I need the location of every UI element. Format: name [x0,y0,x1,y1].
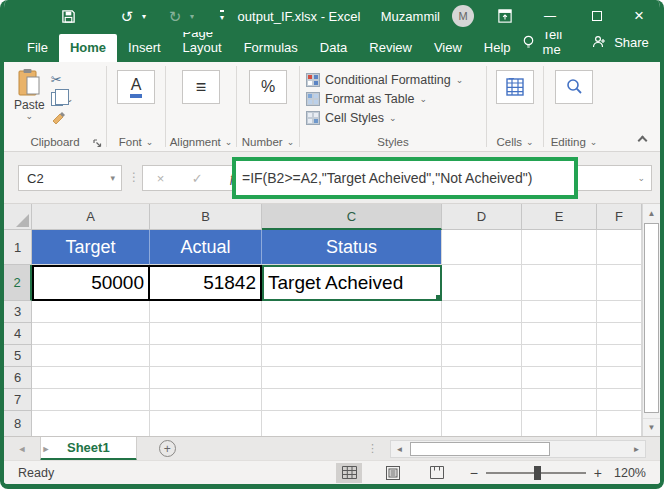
ribbon-display-options-button[interactable] [490,0,520,32]
horizontal-scrollbar[interactable]: ◄ ► [390,440,646,458]
cells-group[interactable]: Cells⌄ [487,62,543,151]
clipboard-dialog-launcher[interactable] [93,139,102,148]
cell-d7[interactable] [442,389,522,411]
cell-d5[interactable] [442,345,522,367]
confirm-entry-button[interactable]: ✓ [192,171,203,186]
share-button[interactable]: Share [610,35,653,50]
vertical-scroll-thumb[interactable] [644,223,659,413]
cell-d3[interactable] [442,301,522,323]
maximize-button[interactable] [582,0,612,32]
cell-d6[interactable] [442,367,522,389]
row-header-7[interactable]: 7 [4,389,32,411]
cell-b8[interactable] [150,411,262,436]
next-sheet-button[interactable]: ► [34,444,58,454]
cell-b1[interactable]: Actual [150,230,262,265]
cell-a2[interactable]: 50000 [32,265,150,301]
cell-c6[interactable] [262,367,442,389]
row-header-3[interactable]: 3 [4,301,32,323]
cell-e7[interactable] [522,389,597,411]
paste-button[interactable]: Paste ⌄ [10,66,51,133]
cell-c1[interactable]: Status [262,230,442,265]
cell-e1[interactable] [522,230,597,265]
column-header-f[interactable]: F [597,204,642,230]
format-as-table-button[interactable]: Format as Table⌄ [306,92,480,106]
collapse-ribbon-button[interactable] [639,134,648,143]
zoom-out-button[interactable]: − [470,465,478,481]
undo-button[interactable]: ↺ [116,0,138,32]
cell-a5[interactable] [32,345,150,367]
cell-f1[interactable] [597,230,642,265]
cell-b4[interactable] [150,323,262,345]
tab-scroll-split-handle[interactable]: ⋮ [367,442,378,455]
cell-a3[interactable] [32,301,150,323]
tab-review[interactable]: Review [358,34,423,62]
cell-b7[interactable] [150,389,262,411]
cell-f4[interactable] [597,323,642,345]
cell-styles-button[interactable]: Cell Styles⌄ [306,111,480,125]
row-header-6[interactable]: 6 [4,367,32,389]
cell-b2[interactable]: 51842 [150,265,262,301]
cell-a4[interactable] [32,323,150,345]
row-header-2[interactable]: 2 [4,265,32,301]
previous-sheet-button[interactable]: ◄ [10,444,34,454]
column-header-d[interactable]: D [442,204,522,230]
copy-button[interactable]: ⌄ [51,92,74,106]
avatar[interactable]: M [452,5,474,27]
expand-formula-bar-icon[interactable]: ⌄ [637,173,645,183]
page-layout-view-button[interactable] [380,463,406,483]
conditional-formatting-button[interactable]: Conditional Formatting⌄ [306,73,480,87]
add-sheet-button[interactable]: + [159,440,176,457]
cell-b6[interactable] [150,367,262,389]
cell-d8[interactable] [442,411,522,436]
cell-b5[interactable] [150,345,262,367]
alignment-group[interactable]: ≡ Alignment⌄ [166,62,236,151]
scroll-left-button[interactable]: ◄ [391,441,408,457]
tab-home[interactable]: Home [59,34,117,62]
page-break-preview-button[interactable] [424,463,450,483]
font-group[interactable]: A Font⌄ [107,62,165,151]
column-header-a[interactable]: A [32,204,150,230]
select-all-corner[interactable] [4,204,32,230]
tab-insert[interactable]: Insert [117,34,172,62]
formula-bar-drag-handle[interactable]: ⋮ [128,170,140,184]
cell-d2[interactable] [442,265,522,301]
cancel-entry-button[interactable]: × [157,171,165,186]
cell-f7[interactable] [597,389,642,411]
cell-f8[interactable] [597,411,642,436]
horizontal-scroll-thumb[interactable] [410,442,550,456]
cell-d1[interactable] [442,230,522,265]
account-user-name[interactable]: Muzammil [381,0,440,32]
minimize-button[interactable]: — [535,0,565,32]
cell-f2[interactable] [597,265,642,301]
row-header-4[interactable]: 4 [4,323,32,345]
vertical-scrollbar[interactable]: ▲ ▼ [642,204,660,436]
column-header-c[interactable]: C [262,204,442,230]
cell-c2-selected[interactable]: Target Acheived [262,265,442,301]
row-header-1[interactable]: 1 [4,230,32,265]
cell-e5[interactable] [522,345,597,367]
cell-d4[interactable] [442,323,522,345]
zoom-level-label[interactable]: 120% [610,466,646,480]
cell-c5[interactable] [262,345,442,367]
cell-e8[interactable] [522,411,597,436]
cell-c3[interactable] [262,301,442,323]
scroll-right-button[interactable]: ► [628,441,645,457]
row-header-8[interactable]: 8 [4,411,32,436]
cell-c4[interactable] [262,323,442,345]
cell-a6[interactable] [32,367,150,389]
scroll-down-button[interactable]: ▼ [643,418,660,436]
zoom-in-button[interactable]: + [594,465,602,481]
cell-c8[interactable] [262,411,442,436]
column-header-e[interactable]: E [522,204,597,230]
cell-b3[interactable] [150,301,262,323]
name-box[interactable]: C2 ▾ [18,165,122,191]
formula-text[interactable]: =IF(B2>=A2,"Target Acheived","Not Acheiv… [236,170,532,186]
cut-button[interactable]: ✂ [51,72,74,87]
number-group[interactable]: % Number⌄ [237,62,299,151]
cell-f3[interactable] [597,301,642,323]
normal-view-button[interactable] [336,463,362,483]
format-painter-button[interactable] [51,111,74,124]
scroll-up-button[interactable]: ▲ [643,204,660,222]
save-button[interactable] [56,0,80,32]
cell-f5[interactable] [597,345,642,367]
